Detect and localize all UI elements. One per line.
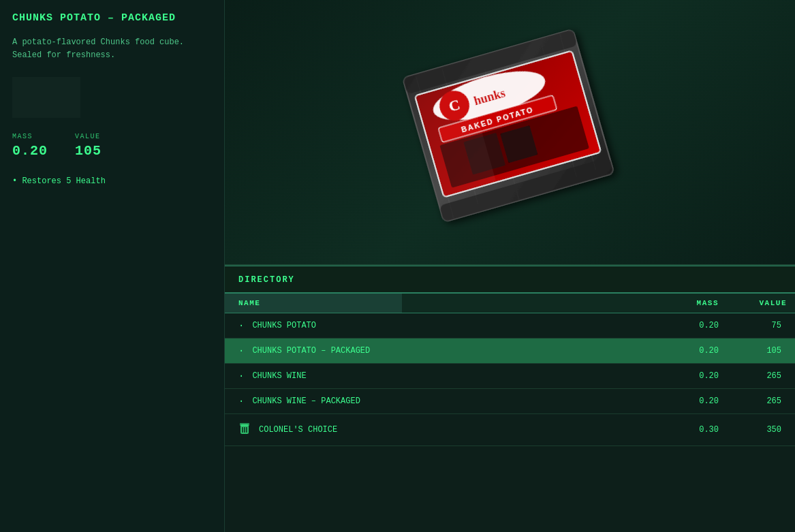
item-3d-display: C hunks BAKED POTATO (353, 4, 666, 260)
row-name-text: CHUNKS WINE – PACKAGED (252, 396, 360, 406)
mass-stat: MASS 0.20 (12, 133, 48, 159)
row-mass: 0.20 (659, 339, 727, 364)
item-description: A potato-flavored Chunks food cube.Seale… (12, 36, 212, 62)
svg-rect-21 (240, 423, 249, 426)
table-row[interactable]: ·CHUNKS POTATO0.2075 (225, 313, 795, 339)
directory-header: DIRECTORY (225, 266, 795, 294)
stats-row: MASS 0.20 VALUE 105 (12, 133, 212, 159)
row-name-text: COLONEL'S CHOICE (259, 425, 337, 435)
row-bullet: · (238, 396, 244, 407)
row-name-text: CHUNKS WINE (252, 371, 306, 381)
table-row[interactable]: ·CHUNKS WINE0.20265 (225, 364, 795, 389)
header-name: NAME (225, 294, 402, 313)
mass-value: 0.20 (12, 143, 48, 159)
row-mass: 0.20 (659, 313, 727, 339)
row-name-cell: ·CHUNKS WINE (225, 364, 402, 389)
row-spacer (402, 339, 659, 364)
value-label: VALUE (75, 133, 102, 140)
item-display-area: C hunks BAKED POTATO (225, 0, 795, 266)
directory-section: DIRECTORY NAME MASS VALUE ·CHUNKS POTATO… (225, 266, 795, 532)
table-row[interactable]: ·CHUNKS POTATO – PACKAGED0.20105 (225, 339, 795, 364)
item-title: CHUNKS POTATO – PACKAGED (12, 12, 212, 24)
row-bullet: · (238, 345, 244, 356)
row-mass: 0.20 (659, 389, 727, 414)
directory-title: DIRECTORY (238, 275, 295, 285)
row-spacer (402, 364, 659, 389)
effects-list: Restores 5 Health (12, 175, 212, 187)
header-mass: MASS (659, 294, 727, 313)
row-value: 105 (727, 339, 795, 364)
value-value: 105 (75, 143, 102, 159)
left-panel: CHUNKS POTATO – PACKAGED A potato-flavor… (0, 0, 225, 532)
directory-table: NAME MASS VALUE ·CHUNKS POTATO0.2075·CHU… (225, 294, 795, 446)
row-name-text: CHUNKS POTATO – PACKAGED (252, 346, 370, 356)
row-value: 265 (727, 389, 795, 414)
mass-label: MASS (12, 133, 48, 140)
row-icon (238, 421, 251, 439)
row-bullet: · (238, 320, 244, 331)
value-stat: VALUE 105 (75, 133, 102, 159)
row-mass: 0.20 (659, 364, 727, 389)
row-name-cell: ·CHUNKS POTATO (225, 313, 402, 339)
row-spacer (402, 414, 659, 446)
header-value: VALUE (727, 294, 795, 313)
effect-health: Restores 5 Health (12, 175, 212, 187)
header-spacer (402, 294, 659, 313)
row-name-text: CHUNKS POTATO (252, 321, 316, 330)
table-row[interactable]: ·CHUNKS WINE – PACKAGED0.20265 (225, 389, 795, 414)
row-spacer (402, 389, 659, 414)
row-name-cell: ·CHUNKS POTATO – PACKAGED (225, 339, 402, 364)
row-spacer (402, 313, 659, 339)
row-value: 75 (727, 313, 795, 339)
row-value: 350 (727, 414, 795, 446)
item-thumbnail (12, 77, 80, 118)
row-name-cell: COLONEL'S CHOICE (225, 414, 402, 446)
directory-table-wrapper: NAME MASS VALUE ·CHUNKS POTATO0.2075·CHU… (225, 294, 795, 446)
right-panel: C hunks BAKED POTATO DI (225, 0, 795, 532)
row-value: 265 (727, 364, 795, 389)
table-row[interactable]: COLONEL'S CHOICE0.30350 (225, 414, 795, 446)
row-bullet: · (238, 371, 244, 381)
row-mass: 0.30 (659, 414, 727, 446)
row-name-cell: ·CHUNKS WINE – PACKAGED (225, 389, 402, 414)
table-header: NAME MASS VALUE (225, 294, 795, 313)
